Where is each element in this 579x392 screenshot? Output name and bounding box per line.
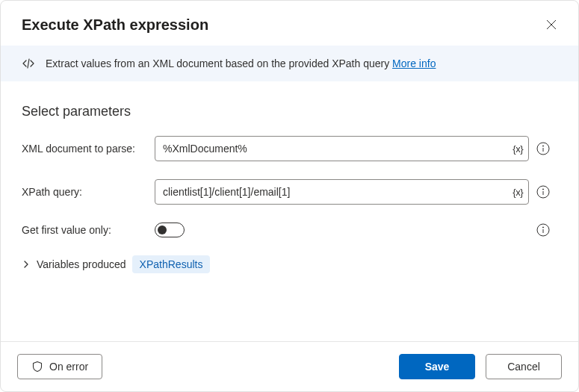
- svg-point-10: [542, 227, 543, 228]
- cancel-label: Cancel: [507, 361, 540, 373]
- xml-document-row: XML document to parse: {x}: [22, 136, 557, 161]
- svg-line-2: [28, 59, 29, 68]
- variable-badge[interactable]: XPathResults: [132, 255, 211, 273]
- xml-document-input[interactable]: [155, 136, 529, 161]
- first-value-toggle[interactable]: [155, 223, 185, 237]
- save-button[interactable]: Save: [399, 354, 475, 379]
- variable-picker-icon[interactable]: {x}: [513, 143, 523, 155]
- first-value-info-wrap: [529, 223, 557, 237]
- chevron-right-icon[interactable]: [22, 260, 31, 269]
- close-button[interactable]: [541, 14, 562, 35]
- on-error-label: On error: [49, 361, 88, 373]
- dialog-container: Execute XPath expression Extract values …: [0, 0, 579, 392]
- toggle-thumb: [158, 225, 167, 234]
- xml-document-info-wrap: [529, 142, 557, 155]
- xpath-query-input-wrap: {x}: [155, 179, 529, 205]
- xpath-query-label: XPath query:: [22, 186, 155, 198]
- info-icon[interactable]: [536, 185, 550, 199]
- info-icon[interactable]: [536, 142, 550, 155]
- banner-text: Extract values from an XML document base…: [46, 57, 392, 69]
- footer-right: Save Cancel: [399, 354, 562, 379]
- first-value-row: Get first value only:: [22, 223, 557, 237]
- more-info-link[interactable]: More info: [392, 57, 436, 69]
- dialog-title: Execute XPath expression: [22, 16, 208, 34]
- xpath-query-input[interactable]: [155, 179, 529, 205]
- on-error-button[interactable]: On error: [17, 354, 102, 379]
- svg-point-4: [542, 146, 543, 146]
- variables-produced-label[interactable]: Variables produced: [37, 258, 126, 270]
- banner-description: Extract values from an XML document base…: [46, 57, 436, 69]
- xpath-query-info-wrap: [529, 185, 557, 199]
- svg-point-7: [542, 189, 543, 190]
- cancel-button[interactable]: Cancel: [486, 354, 562, 379]
- info-banner: Extract values from an XML document base…: [1, 46, 578, 81]
- close-icon: [545, 19, 557, 31]
- save-label: Save: [425, 361, 450, 373]
- section-title: Select parameters: [22, 104, 557, 119]
- variable-picker-icon[interactable]: {x}: [513, 187, 523, 198]
- dialog-footer: On error Save Cancel: [1, 341, 578, 391]
- xml-document-label: XML document to parse:: [22, 143, 155, 155]
- dialog-header: Execute XPath expression: [1, 1, 578, 46]
- xml-document-input-wrap: {x}: [155, 136, 529, 161]
- code-icon: [22, 57, 35, 70]
- first-value-toggle-wrap: [155, 223, 529, 237]
- content-area: Select parameters XML document to parse:…: [1, 81, 578, 341]
- variables-produced-row: Variables produced XPathResults: [22, 255, 557, 273]
- shield-icon: [31, 361, 43, 373]
- first-value-label: Get first value only:: [22, 224, 155, 236]
- info-icon[interactable]: [536, 223, 550, 237]
- xpath-query-row: XPath query: {x}: [22, 179, 557, 205]
